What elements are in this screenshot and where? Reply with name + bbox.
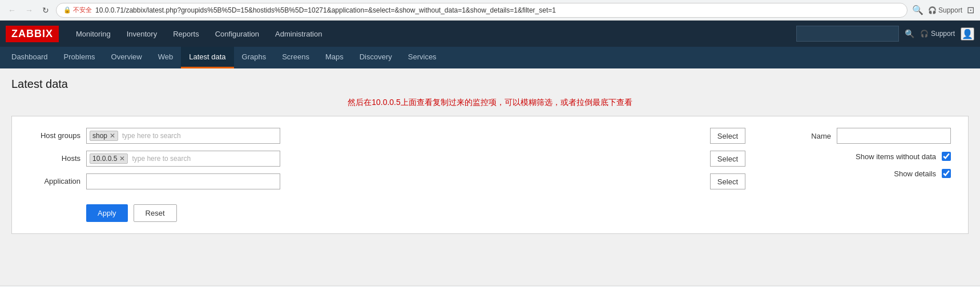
top-support-link[interactable]: 🎧 Support <box>920 30 955 38</box>
application-input[interactable] <box>86 173 280 189</box>
nav-problems[interactable]: Problems <box>56 47 103 68</box>
security-indicator: 🔒 不安全 <box>63 6 92 14</box>
name-input[interactable] <box>837 128 951 144</box>
nav-discovery[interactable]: Discovery <box>352 47 400 68</box>
hosts-select-button[interactable]: Select <box>710 151 745 167</box>
forward-button[interactable]: → <box>23 5 35 16</box>
filter-grid: Host groups shop ✕ type here to search S… <box>23 128 951 222</box>
filter-left: Host groups shop ✕ type here to search S… <box>23 128 745 222</box>
nav-overview[interactable]: Overview <box>103 47 150 68</box>
top-nav-search-area: 🔍 🎧 Support 👤 <box>796 26 974 42</box>
hosts-tag: 10.0.0.5 ✕ <box>90 153 128 164</box>
hosts-placeholder: type here to search <box>130 153 192 164</box>
host-groups-select-button[interactable]: Select <box>710 128 745 144</box>
user-menu-button[interactable]: 👤 <box>961 27 974 41</box>
back-button[interactable]: ← <box>6 5 18 16</box>
host-groups-label: Host groups <box>23 128 80 140</box>
nav-administration[interactable]: Administration <box>267 21 330 47</box>
hosts-tag-box[interactable]: 10.0.0.5 ✕ type here to search <box>86 151 280 167</box>
address-bar[interactable]: 🔒 不安全 10.0.0.71/zabbix/latest.php?groupi… <box>56 3 908 18</box>
filter-right: Name Show items without data Show detail… <box>768 128 951 222</box>
nav-monitoring[interactable]: Monitoring <box>68 21 119 47</box>
host-groups-placeholder: type here to search <box>120 131 183 141</box>
host-groups-tag-text: shop <box>92 132 107 140</box>
hosts-label: Hosts <box>23 151 80 163</box>
nav-dashboard[interactable]: Dashboard <box>3 47 56 68</box>
filter-panel: Host groups shop ✕ type here to search S… <box>11 116 969 234</box>
show-without-data-row: Show items without data <box>768 152 951 161</box>
headset-icon: 🎧 <box>920 30 929 38</box>
notice-text: 然后在10.0.0.5上面查看复制过来的监控项，可以模糊筛选，或者拉倒最底下查看 <box>11 98 969 108</box>
top-nav: ZABBIX Monitoring Inventory Reports Conf… <box>0 21 980 47</box>
support-link[interactable]: 🎧 Support <box>928 6 962 14</box>
name-row: Name <box>768 128 951 144</box>
support-icon: 🎧 <box>928 6 937 14</box>
nav-services[interactable]: Services <box>400 47 445 68</box>
nav-screens[interactable]: Screens <box>274 47 317 68</box>
hosts-input-area: 10.0.0.5 ✕ type here to search <box>86 151 704 167</box>
refresh-button[interactable]: ↻ <box>40 5 51 16</box>
support-text: Support <box>938 6 962 14</box>
show-details-label: Show details <box>894 169 936 178</box>
name-label: Name <box>811 132 831 140</box>
application-row: Application Select <box>23 173 745 189</box>
show-details-row: Show details <box>768 169 951 178</box>
support-label: Support <box>931 30 955 38</box>
nav-latest-data[interactable]: Latest data <box>181 47 233 68</box>
hosts-row: Hosts 10.0.0.5 ✕ type here to search Sel… <box>23 151 745 167</box>
nav-maps[interactable]: Maps <box>317 47 352 68</box>
address-text: 10.0.0.71/zabbix/latest.php?groupids%5B%… <box>95 6 556 14</box>
host-groups-row: Host groups shop ✕ type here to search S… <box>23 128 745 144</box>
show-without-data-label: Show items without data <box>856 152 936 161</box>
hosts-tag-text: 10.0.0.5 <box>92 155 117 163</box>
apply-button[interactable]: Apply <box>86 204 128 222</box>
show-without-data-checkbox[interactable] <box>942 152 951 161</box>
global-search-icon[interactable]: 🔍 <box>905 29 914 38</box>
extension-button[interactable]: ⊡ <box>967 5 974 15</box>
secondary-nav: Dashboard Problems Overview Web Latest d… <box>0 47 980 68</box>
nav-inventory[interactable]: Inventory <box>119 21 165 47</box>
application-label: Application <box>23 173 80 185</box>
hosts-tag-close[interactable]: ✕ <box>119 155 125 162</box>
nav-graphs[interactable]: Graphs <box>234 47 275 68</box>
nav-web[interactable]: Web <box>150 47 182 68</box>
host-groups-tag: shop ✕ <box>90 131 118 141</box>
global-search-input[interactable] <box>796 26 899 42</box>
browser-search-button[interactable]: 🔍 <box>912 5 923 15</box>
action-buttons-row: Apply Reset <box>23 204 745 222</box>
browser-bar: ← → ↻ 🔒 不安全 10.0.0.71/zabbix/latest.php?… <box>0 0 980 21</box>
zabbix-logo: ZABBIX <box>6 26 59 42</box>
application-select-button[interactable]: Select <box>710 173 745 189</box>
page-content: Latest data 然后在10.0.0.5上面查看复制过来的监控项，可以模糊… <box>0 68 980 285</box>
nav-configuration[interactable]: Configuration <box>207 21 267 47</box>
host-groups-input-area: shop ✕ type here to search <box>86 128 704 144</box>
nav-reports[interactable]: Reports <box>165 21 207 47</box>
reset-button[interactable]: Reset <box>134 204 177 222</box>
application-input-area <box>86 173 704 189</box>
host-groups-tag-close[interactable]: ✕ <box>110 132 115 139</box>
host-groups-tag-box[interactable]: shop ✕ type here to search <box>86 128 280 144</box>
page-title: Latest data <box>11 78 969 91</box>
show-details-checkbox[interactable] <box>942 169 951 178</box>
